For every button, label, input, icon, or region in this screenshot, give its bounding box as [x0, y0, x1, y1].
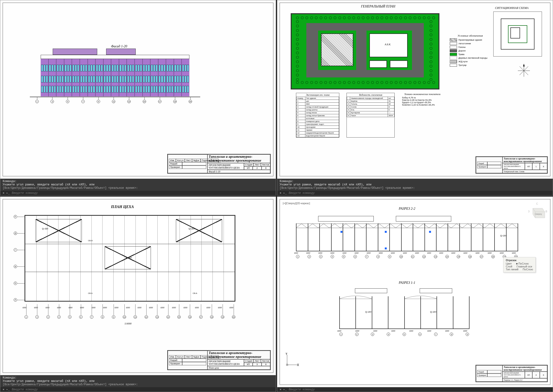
command-bar-2: Команда: Укажите угол рамки, введите мас… [277, 179, 553, 191]
crane-label: Q=20т [188, 228, 195, 230]
bld-abk: А.Б.К. [369, 33, 408, 57]
tb-course: Типология и архитектурно-конструктивное … [207, 154, 270, 163]
drawing-canvas-4[interactable]: [+][Сверху][2D-каркас] С З В Сверху РАЗР… [280, 199, 550, 385]
sitplan-title: СИТУАЦИОННАЯ СХЕМА [495, 6, 528, 10]
site-plan: А.Б.К. [291, 13, 440, 90]
legend: Условные обозначения Проектируемые здани… [450, 34, 491, 67]
command-bar-1: Команда: Укажите угол рамки, введите мас… [0, 179, 276, 191]
vertical-axes: ЕДГВБА [14, 215, 17, 301]
tb-stage: КП [244, 166, 253, 170]
crane-label: Q=20т [500, 234, 507, 237]
tb-col: Лист [185, 159, 192, 162]
cmd-line: [Все/Центр/Динамика/Границы/Предыдущий/М… [3, 186, 273, 190]
expl-title: Экспликация ген. плана [296, 93, 339, 97]
crane-label: Q=20т [365, 311, 372, 313]
explication-table: Экспликация ген. плана НомерТип здания 1… [296, 93, 339, 138]
dimension-row: 6000600060006000600060006000600060006000… [25, 307, 235, 309]
drawing-canvas-1[interactable]: Фасад 1-20 13579111315171920 Изм. Кол.уч… [3, 3, 273, 176]
floor-plan: Q=30т Q=20т Q=20т СВ.В СВ.Б СВ.А [25, 215, 235, 301]
section22-title: РАЗРЕЗ 2-2 [399, 207, 415, 211]
dims-22: 6000600060006000600060006000600060006000… [296, 252, 518, 254]
crane-label: Q=20т [430, 311, 436, 313]
dims-11: 60006000600060006000600060006000 [339, 330, 469, 332]
command-input[interactable] [12, 388, 60, 391]
ucs-icon[interactable]: YX [285, 353, 299, 368]
command-input[interactable] [12, 191, 60, 195]
tb-sheet: 2 [253, 166, 262, 170]
pane-facade: Фасад 1-20 13579111315171920 Изм. Кол.уч… [0, 0, 276, 196]
titleblock-1: Изм. Кол.уч Лист №Док Подпись Дата Разра… [167, 154, 271, 174]
bld-main [321, 33, 353, 66]
command-input-row-3: ✕▸_ [0, 387, 276, 392]
drawing-canvas-2[interactable]: ГЕНЕРАЛЬНЫЙ ПЛАН СИТУАЦИОННАЯ СХЕМА А.Б.… [280, 3, 550, 176]
vedomost-table: Ведомость озеленения Наименование породы… [347, 93, 395, 138]
facade-axes: 13579111315171920 [35, 100, 192, 107]
command-bar-3: Команда:Укажите угол рамки, введите масш… [0, 375, 276, 387]
facade-elevation [41, 55, 189, 97]
svg-text:X: X [297, 364, 299, 366]
close-icon[interactable]: ✕ [3, 191, 4, 195]
sb-label: СВ.Б [88, 292, 93, 294]
ved-title: Ведомость озеленения [347, 93, 394, 97]
bld-aux2 [390, 60, 407, 68]
close-icon[interactable]: ✕ [3, 388, 4, 391]
total-dim: 114000 [124, 322, 131, 325]
tb-col: Изм. [169, 159, 176, 162]
close-icon[interactable]: ✕ [280, 388, 281, 391]
titleblock-3: Изм.Кол.учЛист№ДокПодписьДата Разраб Про… [167, 350, 271, 370]
tables-row: Экспликация ген. плана НомерТип здания 1… [296, 93, 453, 138]
section-1-1: Q=20т Q=20т [339, 288, 469, 329]
facade-title: Фасад 1-20 [111, 44, 127, 48]
crane-zone [176, 219, 222, 242]
plan-axis-line [25, 244, 235, 244]
titleblock-2: Разраб Проверил Типология и архитектурно… [475, 156, 548, 174]
grip-icon[interactable] [385, 247, 387, 249]
tooltip-title: Отрезок [506, 259, 533, 262]
prompt-icon: ▸_ [6, 191, 10, 195]
plan-title: ПЛАН ЦЕХА [111, 205, 134, 209]
compass-icon [517, 63, 531, 78]
cmd-line: Укажите угол рамки, введите масштаб (nX … [3, 183, 273, 186]
vc-face: Сверху [535, 213, 542, 215]
vc-left: З [528, 210, 530, 213]
grip-icon[interactable] [429, 231, 431, 233]
command-input[interactable] [289, 388, 337, 391]
command-input[interactable] [289, 191, 337, 195]
vc-top: С [536, 202, 538, 205]
svg-marker-4 [523, 64, 525, 66]
legend-title: Условные обозначения [450, 34, 491, 37]
abk-label: А.Б.К. [385, 43, 391, 46]
tb-project: ПРОЕКТИРОВАНИЕ ЧУГУНОЛИТЕЙНОГО ЦЕХА [207, 163, 244, 170]
sb-label: СВ.В [88, 239, 93, 242]
close-icon[interactable]: ✕ [280, 191, 281, 195]
section-2-2: Q=20т [296, 214, 518, 251]
ground-line [30, 97, 200, 97]
tep-block: Технико-экономические показатели Sобщ=4,… [402, 93, 443, 138]
properties-tooltip: Отрезок Цвет■ ПоСлоюСлойГлавный осиТип л… [503, 257, 536, 273]
viewcube[interactable]: С З В Сверху [528, 202, 547, 222]
axes-22: 1234567891011121314151617181920 [296, 255, 518, 258]
drawing-canvas-3[interactable]: ПЛАН ЦЕХА Q=30т Q=20т Q=20т СВ.В СВ.Б СВ… [3, 199, 273, 373]
viewport-label[interactable]: [+][Сверху][2D-каркас] [283, 202, 310, 205]
roof-line [41, 55, 189, 59]
pane-sections: [+][Сверху][2D-каркас] С З В Сверху РАЗР… [277, 196, 553, 392]
axes-11: 123456789 [339, 333, 469, 336]
tb-row-lbl: Разраб [169, 162, 182, 165]
command-input-row-2: ✕▸_ [277, 191, 553, 195]
cmd-label: Команда: [3, 180, 273, 183]
pane-plan: ПЛАН ЦЕХА Q=30т Q=20т Q=20т СВ.В СВ.Б СВ… [0, 196, 276, 392]
crane-label: Q=20т [126, 257, 132, 259]
tb-total: 8 [262, 166, 270, 170]
section11-title: РАЗРЕЗ 1-1 [399, 281, 415, 285]
pane-genplan: ГЕНЕРАЛЬНЫЙ ПЛАН СИТУАЦИОННАЯ СХЕМА А.Б.… [277, 0, 553, 196]
crane-label: Q=30т [42, 228, 48, 230]
clerestory [318, 216, 374, 222]
sb-label: СВ.А [193, 292, 197, 294]
tb-caption: Фасад 1-19 [207, 170, 270, 173]
grip-icon[interactable] [340, 231, 342, 233]
situation-map [493, 12, 542, 56]
tb-h: Лист [254, 163, 261, 166]
tb-row-lbl: Проверил [169, 165, 182, 169]
grip-icon[interactable] [385, 231, 387, 233]
vc-right: В [546, 210, 547, 213]
